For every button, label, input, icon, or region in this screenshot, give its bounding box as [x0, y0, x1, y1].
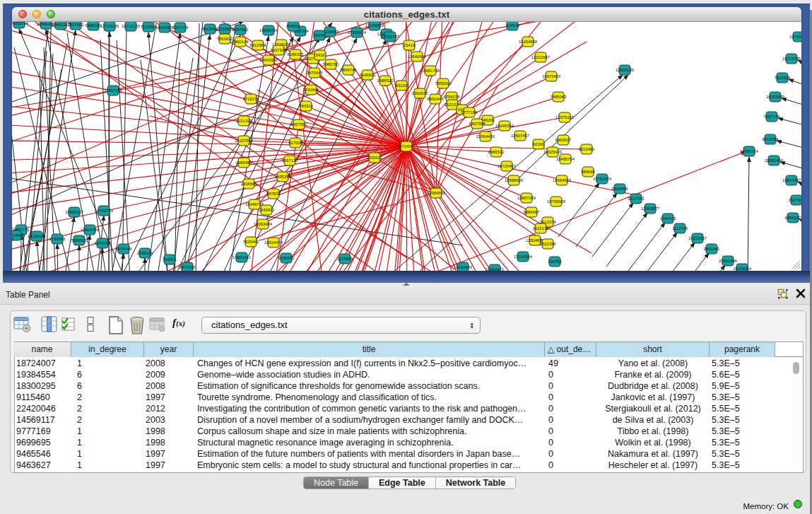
svg-text:762621: 762621: [163, 257, 177, 262]
svg-text:8471636: 8471636: [180, 265, 196, 269]
svg-text:2687682: 2687682: [233, 28, 249, 32]
svg-text:2935114: 2935114: [137, 251, 153, 255]
svg-text:2522394: 2522394: [540, 242, 557, 246]
svg-text:6794078: 6794078: [444, 95, 461, 99]
svg-text:2986760: 2986760: [323, 62, 340, 66]
svg-text:760314: 760314: [299, 104, 313, 108]
svg-text:6497568: 6497568: [469, 122, 486, 126]
svg-text:17359924: 17359924: [348, 30, 367, 35]
svg-text:10231357: 10231357: [688, 236, 707, 240]
svg-text:82160: 82160: [533, 142, 545, 146]
svg-text:8990443: 8990443: [428, 97, 445, 101]
svg-text:7485063: 7485063: [551, 95, 567, 99]
svg-text:2718176: 2718176: [243, 97, 260, 101]
svg-text:1965498: 1965498: [236, 160, 253, 165]
svg-text:3215958: 3215958: [337, 257, 354, 261]
svg-text:15716485: 15716485: [12, 233, 25, 238]
svg-text:6466102: 6466102: [86, 23, 102, 28]
svg-text:10688609: 10688609: [505, 178, 523, 182]
svg-text:5958923: 5958923: [71, 238, 88, 243]
svg-text:16713155: 16713155: [782, 57, 801, 61]
svg-text:1733646: 1733646: [49, 237, 66, 241]
svg-text:7625402: 7625402: [243, 240, 259, 244]
svg-text:12156829: 12156829: [365, 23, 384, 28]
svg-text:1527602: 1527602: [789, 198, 801, 202]
svg-text:9329966: 9329966: [612, 187, 629, 191]
svg-text:12823466: 12823466: [81, 228, 100, 232]
svg-text:16210643: 16210643: [454, 265, 473, 269]
svg-text:6466102: 6466102: [785, 216, 801, 220]
svg-text:7663822: 7663822: [217, 37, 233, 41]
svg-text:9884067: 9884067: [524, 210, 540, 214]
svg-text:17957255: 17957255: [104, 88, 123, 93]
svg-text:1916685: 1916685: [241, 182, 258, 186]
svg-text:16033809: 16033809: [155, 25, 174, 30]
svg-text:20691406: 20691406: [719, 259, 738, 263]
svg-text:10719135: 10719135: [100, 24, 119, 28]
svg-text:12505135: 12505135: [616, 68, 635, 72]
svg-text:10653267: 10653267: [782, 178, 801, 182]
svg-text:1588520: 1588520: [377, 78, 394, 83]
svg-text:1362615: 1362615: [412, 91, 429, 95]
svg-text:7515526: 7515526: [141, 25, 158, 29]
svg-text:8960124: 8960124: [233, 40, 249, 44]
svg-text:12975115: 12975115: [555, 115, 574, 119]
svg-text:2830027: 2830027: [367, 156, 383, 160]
svg-text:15419: 15419: [404, 43, 415, 47]
svg-text:8454749: 8454749: [341, 68, 357, 72]
svg-text:19756928: 19756928: [547, 199, 566, 204]
svg-text:1435359: 1435359: [275, 175, 291, 179]
svg-text:2986532: 2986532: [488, 150, 505, 154]
svg-text:10025433: 10025433: [543, 150, 563, 154]
svg-text:7357274: 7357274: [764, 115, 781, 119]
svg-text:1549822: 1549822: [259, 208, 275, 212]
svg-text:15495754: 15495754: [556, 157, 575, 161]
svg-text:13640910: 13640910: [408, 54, 427, 59]
svg-text:116753: 116753: [548, 259, 562, 264]
svg-text:9146821: 9146821: [360, 73, 376, 77]
svg-text:16107552: 16107552: [235, 139, 253, 143]
svg-text:17342737: 17342737: [381, 35, 399, 39]
svg-text:12093877: 12093877: [641, 206, 659, 211]
svg-text:15720407: 15720407: [498, 164, 516, 168]
svg-text:9327508: 9327508: [271, 48, 288, 52]
svg-text:9663041: 9663041: [704, 247, 720, 251]
svg-text:18724007: 18724007: [397, 144, 416, 148]
svg-text:3267130: 3267130: [282, 158, 299, 163]
svg-text:10719135: 10719135: [789, 35, 801, 39]
svg-text:20691406: 20691406: [765, 158, 784, 163]
svg-text:6379197: 6379197: [95, 241, 111, 245]
svg-text:9777169: 9777169: [461, 110, 478, 115]
svg-text:10973493: 10973493: [542, 74, 561, 78]
svg-text:417004: 417004: [288, 141, 302, 145]
svg-text:8912954: 8912954: [250, 43, 267, 47]
svg-text:7357274: 7357274: [172, 25, 189, 30]
svg-text:16914479: 16914479: [264, 240, 283, 245]
svg-text:5416: 5416: [315, 53, 325, 57]
svg-text:9245612: 9245612: [278, 256, 295, 260]
svg-text:8186323: 8186323: [288, 52, 305, 57]
svg-text:9115460: 9115460: [579, 147, 595, 151]
svg-text:1615132: 1615132: [533, 226, 549, 230]
svg-text:83220: 83220: [396, 83, 408, 88]
svg-text:9474444: 9474444: [116, 247, 133, 251]
svg-text:15751074: 15751074: [593, 177, 612, 181]
svg-text:16648754: 16648754: [259, 28, 278, 33]
svg-text:1112743: 1112743: [672, 226, 688, 230]
svg-text:16543382: 16543382: [259, 58, 278, 62]
svg-text:10958137: 10958137: [65, 210, 83, 214]
svg-text:9242848: 9242848: [303, 88, 320, 92]
svg-text:17016504: 17016504: [514, 255, 533, 259]
svg-text:9463627: 9463627: [555, 138, 572, 142]
svg-text:19384554: 19384554: [427, 191, 446, 195]
svg-text:8813054: 8813054: [763, 137, 779, 141]
svg-text:39151: 39151: [314, 33, 325, 37]
svg-text:8427552: 8427552: [291, 122, 307, 127]
svg-text:14136141: 14136141: [28, 234, 46, 238]
svg-text:16033809: 16033809: [766, 95, 784, 99]
svg-text:16093484: 16093484: [254, 222, 273, 226]
svg-text:689695: 689695: [581, 170, 595, 174]
svg-text:7955812: 7955812: [435, 81, 452, 86]
svg-text:2687682: 2687682: [12, 237, 13, 241]
svg-text:587832: 587832: [266, 192, 281, 196]
